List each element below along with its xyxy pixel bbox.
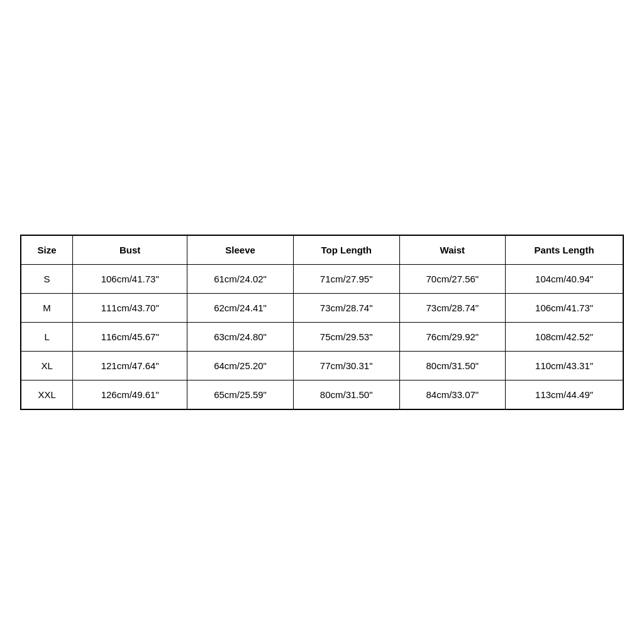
- cell-sleeve: 64cm/25.20": [187, 351, 294, 380]
- cell-pants_length: 106cm/41.73": [506, 293, 623, 322]
- cell-bust: 126cm/49.61": [73, 380, 187, 409]
- table-row: XXL126cm/49.61"65cm/25.59"80cm/31.50"84c…: [21, 380, 623, 409]
- cell-pants_length: 108cm/42.52": [506, 322, 623, 351]
- table-header-row: Size Bust Sleeve Top Length Waist Pants …: [21, 235, 623, 264]
- cell-bust: 116cm/45.67": [73, 322, 187, 351]
- cell-sleeve: 62cm/24.41": [187, 293, 294, 322]
- header-top-length: Top Length: [293, 235, 399, 264]
- cell-waist: 76cm/29.92": [399, 322, 506, 351]
- table-row: L116cm/45.67"63cm/24.80"75cm/29.53"76cm/…: [21, 322, 623, 351]
- header-sleeve: Sleeve: [187, 235, 294, 264]
- cell-sleeve: 61cm/24.02": [187, 264, 294, 293]
- cell-sleeve: 63cm/24.80": [187, 322, 294, 351]
- cell-waist: 84cm/33.07": [399, 380, 506, 409]
- cell-top_length: 73cm/28.74": [293, 293, 399, 322]
- header-size: Size: [21, 235, 73, 264]
- cell-top_length: 80cm/31.50": [293, 380, 399, 409]
- header-waist: Waist: [399, 235, 506, 264]
- cell-bust: 111cm/43.70": [73, 293, 187, 322]
- cell-waist: 73cm/28.74": [399, 293, 506, 322]
- cell-pants_length: 113cm/44.49": [506, 380, 623, 409]
- cell-sleeve: 65cm/25.59": [187, 380, 294, 409]
- cell-bust: 106cm/41.73": [73, 264, 187, 293]
- cell-waist: 80cm/31.50": [399, 351, 506, 380]
- cell-top_length: 77cm/30.31": [293, 351, 399, 380]
- cell-size: XXL: [21, 380, 73, 409]
- cell-size: XL: [21, 351, 73, 380]
- cell-bust: 121cm/47.64": [73, 351, 187, 380]
- cell-pants_length: 110cm/43.31": [506, 351, 623, 380]
- table-row: XL121cm/47.64"64cm/25.20"77cm/30.31"80cm…: [21, 351, 623, 380]
- cell-top_length: 75cm/29.53": [293, 322, 399, 351]
- size-chart-table: Size Bust Sleeve Top Length Waist Pants …: [21, 235, 623, 409]
- table-row: S106cm/41.73"61cm/24.02"71cm/27.95"70cm/…: [21, 264, 623, 293]
- cell-size: S: [21, 264, 73, 293]
- header-bust: Bust: [73, 235, 187, 264]
- table-row: M111cm/43.70"62cm/24.41"73cm/28.74"73cm/…: [21, 293, 623, 322]
- header-pants-length: Pants Length: [506, 235, 623, 264]
- cell-pants_length: 104cm/40.94": [506, 264, 623, 293]
- size-chart-container: Size Bust Sleeve Top Length Waist Pants …: [20, 235, 624, 410]
- cell-top_length: 71cm/27.95": [293, 264, 399, 293]
- cell-waist: 70cm/27.56": [399, 264, 506, 293]
- cell-size: M: [21, 293, 73, 322]
- cell-size: L: [21, 322, 73, 351]
